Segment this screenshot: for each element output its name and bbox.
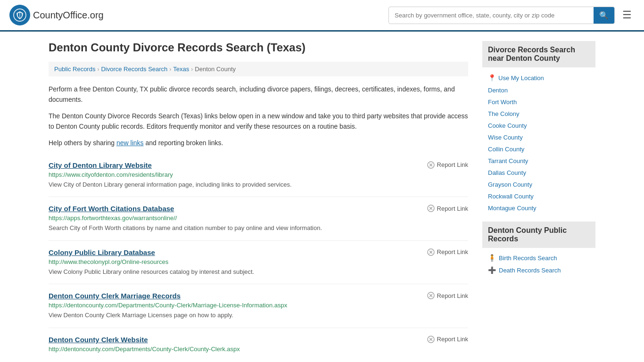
nearby-link[interactable]: Denton <box>482 84 595 96</box>
location-pin-icon: 📍 <box>488 74 496 82</box>
result-title[interactable]: Denton County Clerk Website <box>49 336 148 344</box>
result-url[interactable]: https://dentoncounty.com/Departments/Cou… <box>49 302 468 309</box>
nearby-link[interactable]: Montague County <box>482 202 595 214</box>
breadcrumb-link-divorce-records[interactable]: Divorce Records Search <box>101 66 167 73</box>
record-icon: 🧍 <box>488 254 496 262</box>
logo-area[interactable]: CountyOffice.org <box>9 5 104 25</box>
nearby-link[interactable]: The Colony <box>482 108 595 120</box>
result-item: Denton County Clerk Website Report Link … <box>49 328 468 362</box>
public-records-links: 🧍Birth Records Search➕Death Records Sear… <box>482 252 595 276</box>
nearby-links: DentonFort WorthThe ColonyCooke CountyWi… <box>482 84 595 214</box>
logo-text: CountyOffice.org <box>33 10 104 21</box>
breadcrumb-current: Denton County <box>195 66 236 73</box>
breadcrumb-link-texas[interactable]: Texas <box>173 66 189 73</box>
nearby-link[interactable]: Rockwall County <box>482 190 595 202</box>
result-title[interactable]: Colony Public Library Database <box>49 248 155 256</box>
main-container: Denton County Divorce Records Search (Te… <box>39 32 605 362</box>
nearby-link[interactable]: Cooke County <box>482 120 595 132</box>
search-button[interactable]: 🔍 <box>594 7 614 24</box>
logo-icon <box>9 5 30 25</box>
content-area: Denton County Divorce Records Search (Te… <box>49 41 468 362</box>
result-header: Colony Public Library Database Report Li… <box>49 248 468 256</box>
nearby-link[interactable]: Fort Worth <box>482 96 595 108</box>
result-item: City of Denton Library Website Report Li… <box>49 154 468 197</box>
breadcrumb: Public Records › Divorce Records Search … <box>49 62 468 76</box>
nearby-link[interactable]: Dallas County <box>482 167 595 179</box>
breadcrumb-sep-2: › <box>169 66 171 73</box>
sidebar: Divorce Records Search near Denton Count… <box>482 41 595 362</box>
result-desc: Search City of Forth Worth citations by … <box>49 223 468 233</box>
result-url[interactable]: http://www.thecolonypl.org/Online-resour… <box>49 258 468 265</box>
result-url[interactable]: https://apps.fortworthtexas.gov/warrants… <box>49 214 468 222</box>
result-header: City of Fort Worth Citations Database Re… <box>49 205 468 213</box>
report-link[interactable]: Report Link <box>427 161 468 169</box>
result-title[interactable]: City of Fort Worth Citations Database <box>49 205 174 213</box>
search-input[interactable] <box>389 8 594 23</box>
breadcrumb-sep-3: › <box>191 66 193 73</box>
nearby-link[interactable]: Collin County <box>482 143 595 155</box>
use-my-location-link[interactable]: 📍 Use My Location <box>482 71 595 84</box>
result-title[interactable]: Denton County Clerk Marriage Records <box>49 292 181 300</box>
nearby-link[interactable]: Grayson County <box>482 179 595 190</box>
intro-para-1: Perform a free Denton County, TX public … <box>49 84 468 105</box>
report-link[interactable]: Report Link <box>427 292 468 299</box>
results-list: City of Denton Library Website Report Li… <box>49 154 468 362</box>
result-item: Colony Public Library Database Report Li… <box>49 241 468 285</box>
public-records-header: Denton County Public Records <box>482 222 595 248</box>
search-bar: 🔍 <box>388 7 615 24</box>
result-desc: View City of Denton Library general info… <box>49 180 468 189</box>
result-header: Denton County Clerk Marriage Records Rep… <box>49 292 468 300</box>
new-links-link[interactable]: new links <box>116 139 144 147</box>
nearby-section: Divorce Records Search near Denton Count… <box>482 41 595 214</box>
report-link[interactable]: Report Link <box>427 205 468 212</box>
result-header: Denton County Clerk Website Report Link <box>49 336 468 344</box>
hamburger-menu-icon[interactable]: ☰ <box>619 6 635 24</box>
record-icon: ➕ <box>488 266 496 274</box>
result-url[interactable]: https://www.cityofdenton.com/residents/l… <box>49 171 468 178</box>
report-link[interactable]: Report Link <box>427 336 468 343</box>
result-header: City of Denton Library Website Report Li… <box>49 161 468 169</box>
public-records-link[interactable]: 🧍Birth Records Search <box>482 252 595 264</box>
public-records-section: Denton County Public Records 🧍Birth Reco… <box>482 222 595 276</box>
public-records-link[interactable]: ➕Death Records Search <box>482 264 595 276</box>
result-desc: View Colony Public Library online resour… <box>49 267 468 277</box>
result-url[interactable]: http://dentoncounty.com/Departments/Coun… <box>49 346 468 353</box>
breadcrumb-link-public-records[interactable]: Public Records <box>54 66 95 73</box>
intro-para-3: Help others by sharing new links and rep… <box>49 138 468 148</box>
report-link[interactable]: Report Link <box>427 248 468 256</box>
result-desc: View Denton County Clerk Marriage Licens… <box>49 311 468 320</box>
result-item: Denton County Clerk Marriage Records Rep… <box>49 284 468 328</box>
page-title: Denton County Divorce Records Search (Te… <box>49 41 468 54</box>
result-title[interactable]: City of Denton Library Website <box>49 161 152 169</box>
header-controls: 🔍 ☰ <box>388 6 635 24</box>
result-item: City of Fort Worth Citations Database Re… <box>49 197 468 241</box>
nearby-link[interactable]: Wise County <box>482 132 595 143</box>
breadcrumb-sep-1: › <box>97 66 99 73</box>
nearby-link[interactable]: Tarrant County <box>482 155 595 167</box>
page-header: CountyOffice.org 🔍 ☰ <box>0 0 644 32</box>
nearby-header: Divorce Records Search near Denton Count… <box>482 41 595 67</box>
intro-para-2: The Denton County Divorce Records Search… <box>49 111 468 132</box>
